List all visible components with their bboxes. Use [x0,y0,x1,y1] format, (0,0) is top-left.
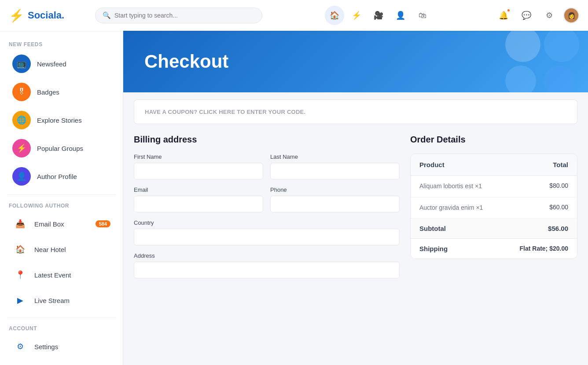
order-card: Product Total Aliquam lobortis est ×1 $8… [410,153,577,259]
sidebar-item-live-stream[interactable]: ▶ Live Stream [4,288,119,313]
email-input[interactable] [134,196,263,212]
logo[interactable]: ⚡ Sociala. [9,8,88,23]
order-shipping-row: Shipping Flat Rate; $20.00 [411,239,577,259]
last-name-input[interactable] [270,163,400,179]
nav-person-button[interactable]: 👤 [391,6,410,25]
sidebar-item-settings[interactable]: ⚙ Settings [4,334,119,359]
popular-groups-icon: ⚡ [12,139,31,157]
notification-badge [507,8,511,12]
sidebar-item-author-profile[interactable]: 👤 Author Profile [4,163,119,190]
address-label: Address [134,252,400,259]
email-phone-row: Email Phone [134,186,400,212]
coupon-bar[interactable]: Have a coupon? Click here to enter your … [134,99,577,124]
coupon-text: Have a coupon? Click here to enter your … [145,109,305,115]
address-input[interactable] [134,262,400,278]
settings-button[interactable]: ⚙ [540,7,558,24]
near-hotel-icon: 🏠 [12,241,28,257]
sidebar-item-email-box[interactable]: 📥 Email Box 584 [4,212,119,236]
sidebar-divider-2 [7,317,116,318]
order-item-1: Aliquam lobortis est ×1 $80.00 [411,176,577,197]
sidebar-item-explore-stories[interactable]: 🌐 Explore Stories [4,106,119,134]
phone-group: Phone [270,186,400,212]
avatar[interactable]: 👩 [563,7,579,23]
order-details-section: Order Details Product Total Aliquam lobo… [410,135,577,285]
nav-home-button[interactable]: 🏠 [325,6,344,25]
shipping-value: Flat Rate; $20.00 [520,245,569,252]
email-group: Email [134,186,263,212]
sidebar-label-live-stream: Live Stream [34,297,70,304]
email-box-badge: 584 [96,220,110,227]
sidebar-label-author-profile: Author Profile [37,173,77,180]
order-subtotal-row: Subtotal $56.00 [411,219,577,239]
country-input[interactable] [134,229,400,245]
latest-event-icon: 📍 [12,267,28,283]
sidebar-label-badges: Badges [37,88,59,96]
last-name-group: Last Name [270,153,400,179]
name-row: First Name Last Name [134,153,400,179]
total-col-header: Total [553,161,568,168]
phone-label: Phone [270,186,400,193]
sidebar-label-newsfeed: Newsfeed [37,60,66,68]
sidebar-item-near-hotel[interactable]: 🏠 Near Hotel [4,237,119,262]
address-row: Address [134,252,400,278]
nav-video-button[interactable]: 🎥 [369,6,388,25]
nav-right-actions: 🔔 💬 ⚙ 👩 [495,7,579,24]
badges-icon: 🎖 [12,83,31,101]
sidebar-item-newsfeed[interactable]: 📺 Newsfeed [4,50,119,77]
order-item-1-name: Aliquam lobortis est ×1 [419,182,549,191]
address-group: Address [134,252,400,278]
email-label: Email [134,186,263,193]
email-box-icon: 📥 [12,216,28,232]
order-item-2-name: Auctor gravida enim ×1 [419,204,549,212]
sidebar-label-settings: Settings [34,343,58,350]
sidebar-item-popular-groups[interactable]: ⚡ Popular Groups [4,135,119,162]
nav-shop-button[interactable]: 🛍 [413,6,432,25]
search-icon: 🔍 [103,11,111,19]
following-author-section-title: Following Author [0,199,123,211]
sidebar-label-email-box: Email Box [34,220,64,228]
sidebar-item-badges[interactable]: 🎖 Badges [4,78,119,106]
order-item-1-price: $80.00 [549,182,568,189]
sidebar-label-near-hotel: Near Hotel [34,246,66,253]
order-item-2: Auctor gravida enim ×1 $60.00 [411,197,577,219]
notifications-button[interactable]: 🔔 [495,7,512,24]
sidebar-label-popular-groups: Popular Groups [37,145,83,152]
country-row: Country [134,219,400,245]
logo-text: Sociala. [28,10,64,21]
first-name-input[interactable] [134,163,263,179]
author-profile-icon: 👤 [12,167,31,186]
country-group: Country [134,219,400,245]
top-navigation: ⚡ Sociala. 🔍 🏠 ⚡ 🎥 👤 🛍 🔔 💬 ⚙ 👩 [0,0,588,31]
phone-input[interactable] [270,196,400,212]
explore-stories-icon: 🌐 [12,111,31,129]
nav-flash-button[interactable]: ⚡ [347,6,366,25]
settings-sidebar-icon: ⚙ [12,339,28,354]
account-section-title: Account [0,322,123,333]
messages-button[interactable]: 💬 [518,7,535,24]
billing-address-title: Billing address [134,135,400,145]
sidebar-label-explore-stories: Explore Stories [37,117,82,124]
product-col-header: Product [419,161,553,168]
checkout-title: Checkout [144,51,228,72]
checkout-banner: Checkout [123,31,588,92]
first-name-label: First Name [134,153,263,160]
country-label: Country [134,219,400,226]
billing-address-section: Billing address First Name Last Name Ema… [134,135,400,285]
search-input[interactable] [114,12,255,19]
nav-icons: 🏠 ⚡ 🎥 👤 🛍 [269,6,488,25]
subtotal-value: $56.00 [548,225,568,232]
main-layout: New Feeds 📺 Newsfeed 🎖 Badges 🌐 Explore … [0,31,588,365]
new-feeds-section-title: New Feeds [0,38,123,49]
checkout-body: Billing address First Name Last Name Ema… [123,131,588,296]
sidebar-label-latest-event: Latest Event [34,271,71,279]
sidebar: New Feeds 📺 Newsfeed 🎖 Badges 🌐 Explore … [0,31,123,365]
main-content: Checkout Have a coupon? Click here to en… [123,31,588,365]
order-details-title: Order Details [410,135,577,145]
order-item-2-price: $60.00 [549,204,568,211]
search-bar: 🔍 [95,7,262,23]
last-name-label: Last Name [270,153,400,160]
first-name-group: First Name [134,153,263,179]
live-stream-icon: ▶ [12,292,28,308]
subtotal-label: Subtotal [419,225,548,232]
sidebar-item-latest-event[interactable]: 📍 Latest Event [4,263,119,287]
